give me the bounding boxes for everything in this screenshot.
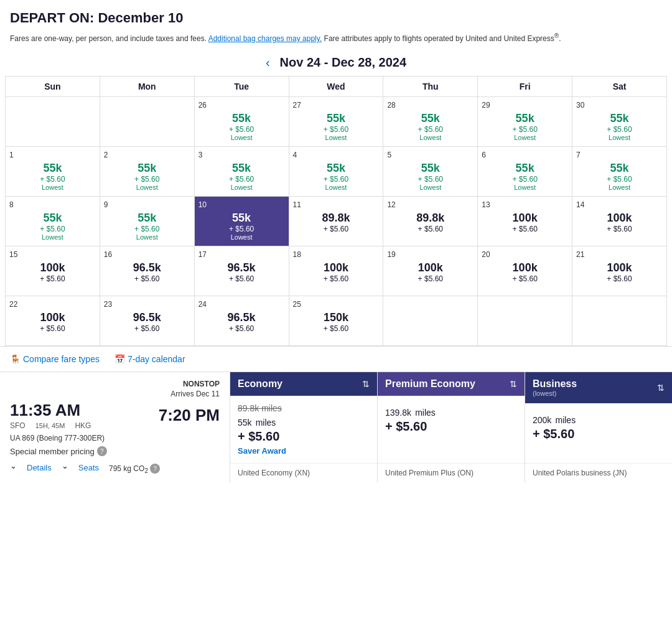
calendar-cell[interactable]: 1055k+ $5.60Lowest xyxy=(194,197,289,246)
calendar-cell[interactable]: 155k+ $5.60Lowest xyxy=(6,147,100,197)
day-miles: 55k xyxy=(576,162,663,175)
calendar-cell[interactable]: 2855k+ $5.60Lowest xyxy=(383,97,478,147)
day-fee: + $5.60 xyxy=(482,225,568,233)
day-number: 13 xyxy=(482,200,568,209)
economy-fee: + $5.60 xyxy=(238,429,370,444)
day-number: 30 xyxy=(576,101,663,110)
premium-economy-fare-card[interactable]: Premium Economy ⇅ 139.8k miles + $5.60 U… xyxy=(378,372,525,482)
calendar-cell[interactable]: 22100k+ $5.60 xyxy=(6,296,100,346)
calendar-cell[interactable]: 20100k+ $5.60 xyxy=(478,246,572,296)
day-miles: 89.8k xyxy=(387,212,474,225)
premium-sort-icon[interactable]: ⇅ xyxy=(510,379,517,389)
business-title: Business xyxy=(533,378,577,390)
co2-info-icon[interactable]: ? xyxy=(150,464,160,474)
day-number: 25 xyxy=(293,300,380,309)
day-number: 1 xyxy=(9,151,96,159)
calendar-cell[interactable]: 2655k+ $5.60Lowest xyxy=(194,97,289,147)
calendar-cell[interactable]: 855k+ $5.60Lowest xyxy=(6,197,100,246)
calendar-cell[interactable]: 1289.8k+ $5.60 xyxy=(383,197,478,246)
economy-footer: United Economy (XN) xyxy=(230,463,377,482)
day-fee: + $5.60 xyxy=(198,175,285,184)
calendar-cell[interactable]: 1189.8k+ $5.60 xyxy=(289,197,383,246)
economy-fare-card[interactable]: Economy ⇅ 89.8k miles 55k miles + $5.60 … xyxy=(230,372,378,482)
day-number: 28 xyxy=(387,101,474,110)
day-miles: 100k xyxy=(576,212,663,225)
economy-sort-icon[interactable]: ⇅ xyxy=(362,379,370,389)
economy-strikethrough: 89.8k miles xyxy=(238,403,370,413)
day-number: 11 xyxy=(293,200,380,209)
calendar-cell[interactable]: 13100k+ $5.60 xyxy=(478,197,572,246)
flight-section: NONSTOP Arrives Dec 11 11:35 AM SFO 15H,… xyxy=(0,372,672,482)
dep-airport: SFO xyxy=(10,421,26,430)
details-link[interactable]: Details xyxy=(27,461,52,474)
calendar-cell[interactable]: 2955k+ $5.60Lowest xyxy=(478,97,572,147)
calendar-cell[interactable]: 2755k+ $5.60Lowest xyxy=(289,97,383,147)
calendar-cell[interactable]: 955k+ $5.60Lowest xyxy=(100,197,194,246)
calendar-cell[interactable]: 655k+ $5.60Lowest xyxy=(478,147,572,197)
economy-body: 89.8k miles 55k miles + $5.60 Saver Awar… xyxy=(230,396,377,463)
premium-fee: + $5.60 xyxy=(385,419,517,434)
calendar-cell xyxy=(100,97,194,147)
seven-day-calendar-link[interactable]: 📅 7-day calendar xyxy=(114,354,185,364)
calendar-cell[interactable]: 455k+ $5.60Lowest xyxy=(289,147,383,197)
day-miles: 100k xyxy=(482,212,568,225)
calendar-day-header: Wed xyxy=(289,77,383,97)
day-fee: + $5.60 xyxy=(293,125,380,134)
compare-fare-types-link[interactable]: 🪑 Compare fare types xyxy=(10,354,100,364)
seats-link[interactable]: Seats xyxy=(78,461,99,474)
day-fee: + $5.60 xyxy=(9,225,96,233)
day-miles: 55k xyxy=(9,162,96,175)
calendar-cell[interactable]: 555k+ $5.60Lowest xyxy=(383,147,478,197)
special-pricing-info-icon[interactable]: ? xyxy=(97,446,107,456)
calendar-cell[interactable]: 2396.5k+ $5.60 xyxy=(100,296,194,346)
calendar-cell[interactable]: 15100k+ $5.60 xyxy=(6,246,100,296)
day-fee: + $5.60 xyxy=(482,175,568,184)
calendar-cell[interactable]: 1696.5k+ $5.60 xyxy=(100,246,194,296)
day-number: 18 xyxy=(293,250,380,259)
calendar-cell[interactable]: 2496.5k+ $5.60 xyxy=(194,296,289,346)
calendar-day-header: Tue xyxy=(194,77,289,97)
day-number: 29 xyxy=(482,101,568,110)
day-number: 24 xyxy=(198,300,285,309)
business-fare-card[interactable]: Business (lowest) ⇅ 200k miles + $5.60 U… xyxy=(525,372,672,482)
day-lowest: Lowest xyxy=(9,184,96,191)
day-miles: 96.5k xyxy=(198,261,285,274)
calendar-cell[interactable]: 25150k+ $5.60 xyxy=(289,296,383,346)
day-lowest: Lowest xyxy=(576,184,663,191)
fare-cards: Economy ⇅ 89.8k miles 55k miles + $5.60 … xyxy=(230,372,672,482)
day-miles: 89.8k xyxy=(293,212,380,225)
prev-month-button[interactable]: ‹ xyxy=(266,55,270,70)
day-lowest: Lowest xyxy=(104,233,190,241)
business-miles: 200k miles xyxy=(533,411,665,427)
chevron-down-icon-details: ⌄ xyxy=(10,461,17,474)
premium-header: Premium Economy ⇅ xyxy=(378,372,525,396)
day-fee: + $5.60 xyxy=(293,324,380,333)
calendar-cell[interactable]: 355k+ $5.60Lowest xyxy=(194,147,289,197)
calendar-cell[interactable]: 14100k+ $5.60 xyxy=(572,197,667,246)
business-sort-icon[interactable]: ⇅ xyxy=(657,383,665,393)
flight-info: NONSTOP Arrives Dec 11 11:35 AM SFO 15H,… xyxy=(0,372,230,482)
calendar-cell[interactable]: 19100k+ $5.60 xyxy=(383,246,478,296)
day-miles: 55k xyxy=(482,162,568,175)
calendar-cell[interactable]: 755k+ $5.60Lowest xyxy=(572,147,667,197)
calendar-cell[interactable]: 18100k+ $5.60 xyxy=(289,246,383,296)
day-miles: 55k xyxy=(104,212,190,225)
day-fee: + $5.60 xyxy=(104,274,190,283)
day-fee: + $5.60 xyxy=(9,175,96,184)
business-subtitle: (lowest) xyxy=(533,390,577,397)
day-miles: 100k xyxy=(293,261,380,274)
day-miles: 55k xyxy=(9,212,96,225)
bag-charges-link[interactable]: Additional bag charges may apply. xyxy=(208,34,322,43)
day-number: 12 xyxy=(387,200,474,209)
day-miles: 96.5k xyxy=(104,311,190,324)
day-fee: + $5.60 xyxy=(576,225,663,233)
calendar-cell[interactable]: 3055k+ $5.60Lowest xyxy=(572,97,667,147)
flight-route: SFO 15H, 45M HKG xyxy=(10,421,91,430)
day-lowest: Lowest xyxy=(104,184,190,191)
calendar-cell[interactable]: 21100k+ $5.60 xyxy=(572,246,667,296)
day-miles: 55k xyxy=(387,112,474,125)
calendar-cell[interactable]: 1796.5k+ $5.60 xyxy=(194,246,289,296)
calendar-cell[interactable]: 255k+ $5.60Lowest xyxy=(100,147,194,197)
day-number: 27 xyxy=(293,101,380,110)
day-fee: + $5.60 xyxy=(387,175,474,184)
